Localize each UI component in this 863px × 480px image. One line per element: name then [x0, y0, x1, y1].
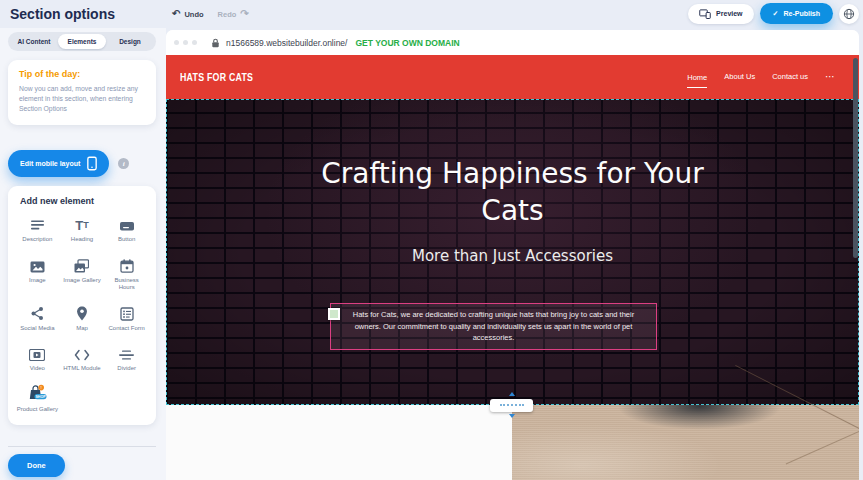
- redo-icon: ↷: [240, 9, 248, 19]
- shop-badge: SHOP: [36, 394, 47, 398]
- nav-contact-us[interactable]: Contact us: [772, 72, 808, 83]
- element-item-label: Image Gallery: [63, 277, 100, 285]
- element-item-contact-form[interactable]: Contact Form: [104, 305, 149, 333]
- hero-text-element-selected[interactable]: Hats for Cats, we are dedicated to craft…: [330, 303, 657, 350]
- hero-subheading[interactable]: More than Just Accessories: [298, 247, 728, 265]
- product-gallery-icon: !SHOP: [27, 386, 47, 402]
- site-nav: Home About Us Contact us ⋯: [687, 72, 835, 83]
- divider-icon: [119, 345, 134, 361]
- image-icon: [30, 257, 45, 273]
- window-dot: [192, 40, 197, 45]
- get-domain-link[interactable]: GET YOUR OWN DOMAIN: [355, 38, 459, 48]
- redo-button[interactable]: Redo ↷: [218, 9, 249, 19]
- hero-body-text: Hats for Cats, we are dedicated to craft…: [339, 309, 648, 344]
- site-url[interactable]: n1566589.websitebuilder.online/: [226, 38, 347, 48]
- element-item-label: Social Media: [20, 325, 54, 333]
- heading-icon: TT: [75, 216, 88, 232]
- tip-title: Tip of the day:: [19, 69, 145, 79]
- add-element-title: Add new element: [20, 196, 149, 206]
- tip-of-the-day-card: Tip of the day: Now you can add, move an…: [8, 60, 156, 125]
- resize-grip: [490, 399, 533, 412]
- undo-button[interactable]: ↶ Undo: [172, 9, 204, 19]
- nav-about-us[interactable]: About Us: [724, 72, 755, 83]
- paving-joint-line: [786, 431, 859, 464]
- republish-button[interactable]: ✓ Re-Publish: [760, 3, 833, 24]
- element-item-label: Contact Form: [108, 325, 144, 333]
- element-item-button[interactable]: Button: [104, 216, 149, 244]
- element-item-label: Button: [118, 236, 135, 244]
- resize-arrow-up-icon: [509, 392, 515, 396]
- nav-more-icon[interactable]: ⋯: [825, 72, 835, 82]
- button-icon: [119, 216, 135, 232]
- edit-mobile-layout-button[interactable]: Edit mobile layout: [8, 150, 109, 177]
- browser-chrome-bar: n1566589.websitebuilder.online/ GET YOUR…: [166, 30, 859, 55]
- language-button[interactable]: [839, 4, 859, 24]
- map-pin-icon: [76, 305, 88, 321]
- html-module-icon: [74, 345, 90, 361]
- sidebar-tabs: AI Content Elements Design: [8, 32, 156, 51]
- preview-scrollbar[interactable]: [853, 58, 858, 258]
- hero-heading[interactable]: Crafting Happiness for Your Cats: [298, 155, 728, 229]
- preview-button[interactable]: Preview: [688, 4, 753, 24]
- svg-text:!: !: [41, 385, 42, 389]
- element-item-label: Map: [76, 325, 88, 333]
- element-item-social-media[interactable]: Social Media: [15, 305, 60, 333]
- site-header[interactable]: HATS FOR CATS Home About Us Contact us ⋯: [166, 55, 859, 99]
- element-item-label: Divider: [117, 365, 136, 373]
- business-hours-icon: [120, 257, 134, 273]
- undo-label: Undo: [184, 10, 203, 19]
- image-gallery-icon: [74, 257, 89, 273]
- social-media-icon: [30, 305, 44, 321]
- window-dots: [174, 40, 197, 45]
- tip-body: Now you can add, move and resize any ele…: [19, 84, 145, 115]
- element-item-video[interactable]: Video: [15, 345, 60, 373]
- element-item-label: Description: [22, 236, 52, 244]
- element-item-business-hours[interactable]: Business Hours: [104, 257, 149, 292]
- add-element-panel: Add new element Description TT Heading: [8, 186, 156, 425]
- sidebar-divider: [8, 446, 156, 447]
- element-item-label: Video: [30, 365, 45, 373]
- selection-handle[interactable]: [328, 308, 340, 320]
- topbar: Section options ↶ Undo Redo ↷ Preview ✓ …: [0, 0, 863, 28]
- edit-mobile-row: Edit mobile layout i: [8, 150, 129, 177]
- lock-icon: [211, 38, 220, 48]
- element-item-image-gallery[interactable]: Image Gallery: [60, 257, 105, 292]
- page-title: Section options: [10, 6, 115, 22]
- element-item-label: Product Gallery: [17, 406, 58, 414]
- tab-elements[interactable]: Elements: [58, 34, 106, 49]
- edit-mobile-label: Edit mobile layout: [20, 160, 80, 167]
- element-item-map[interactable]: Map: [60, 305, 105, 333]
- check-icon: ✓: [773, 10, 779, 18]
- description-icon: [30, 216, 45, 232]
- site-logo[interactable]: HATS FOR CATS: [180, 71, 253, 83]
- republish-label: Re-Publish: [783, 10, 820, 17]
- element-item-divider[interactable]: Divider: [104, 345, 149, 373]
- next-section-image: [512, 405, 859, 480]
- sidebar: AI Content Elements Design Tip of the da…: [0, 28, 166, 480]
- element-item-description[interactable]: Description: [15, 216, 60, 244]
- grip-dots-icon: [500, 404, 524, 406]
- tab-design[interactable]: Design: [106, 34, 154, 49]
- nav-home[interactable]: Home: [687, 73, 707, 88]
- section-resize-handle[interactable]: [490, 392, 533, 418]
- undo-icon: ↶: [172, 9, 180, 19]
- resize-arrow-down-icon: [509, 414, 515, 418]
- done-button[interactable]: Done: [8, 454, 65, 477]
- window-dot: [183, 40, 188, 45]
- preview-label: Preview: [716, 10, 742, 17]
- element-item-label: Heading: [71, 236, 93, 244]
- element-item-html-module[interactable]: HTML Module: [60, 345, 105, 373]
- topbar-actions: Preview ✓ Re-Publish: [688, 3, 859, 24]
- info-icon[interactable]: i: [118, 158, 129, 169]
- element-item-product-gallery[interactable]: !SHOP Product Gallery: [15, 386, 60, 414]
- window-dot: [174, 40, 179, 45]
- element-item-image[interactable]: Image: [15, 257, 60, 292]
- element-item-heading[interactable]: TT Heading: [60, 216, 105, 244]
- globe-icon: [843, 8, 855, 20]
- site-preview-window: n1566589.websitebuilder.online/ GET YOUR…: [166, 30, 859, 480]
- website-builder-app: Section options ↶ Undo Redo ↷ Preview ✓ …: [0, 0, 863, 480]
- phone-icon: [87, 156, 97, 171]
- devices-icon: [699, 9, 711, 19]
- tab-ai-content[interactable]: AI Content: [10, 34, 58, 49]
- hero-section[interactable]: Crafting Happiness for Your Cats More th…: [166, 99, 859, 405]
